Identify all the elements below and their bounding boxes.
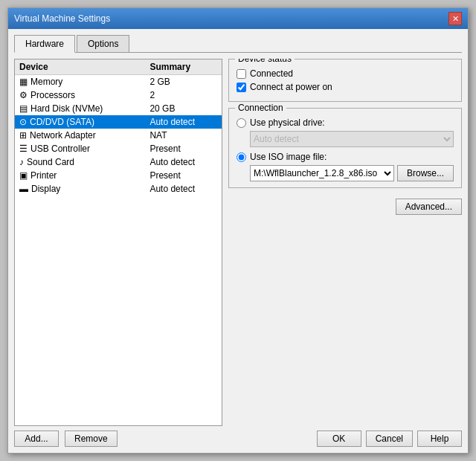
auto-detect-row: Auto detect [237,131,454,147]
auto-detect-dropdown[interactable]: Auto detect [250,131,454,147]
content-area: Device Summary ▦ Memory 2 GB ⚙ Processor… [14,59,462,426]
summary-cell: 2 [145,88,222,102]
remove-button[interactable]: Remove [65,431,118,447]
device-cell: ▤ Hard Disk (NVMe) [15,102,145,115]
summary-cell: Auto detect [145,155,222,169]
device-name: Network Adapter [30,130,96,141]
table-row[interactable]: ♪ Sound Card Auto detect [15,155,222,169]
device-cell: ▣ Printer [15,169,145,182]
bottom-right-buttons: OK Cancel Help [317,431,462,447]
physical-drive-radio[interactable] [237,118,246,128]
bottom-buttons: Add... Remove OK Cancel Help [14,426,462,447]
device-cell: ▦ Memory [15,75,145,89]
device-table: Device Summary ▦ Memory 2 GB ⚙ Processor… [15,59,222,425]
table-row[interactable]: ▦ Memory 2 GB [15,75,222,89]
connect-power-label: Connect at power on [250,82,332,92]
device-cell: ▬ Display [15,182,145,196]
summary-cell: NAT [145,129,222,142]
connected-label: Connected [250,68,293,79]
device-status-title: Device status [235,59,295,64]
device-cell: ♪ Sound Card [15,155,145,169]
cdrom-icon: ⊙ [19,117,27,127]
device-name: CD/DVD (SATA) [30,117,94,127]
connected-row: Connected [237,68,454,79]
left-panel: Device Summary ▦ Memory 2 GB ⚙ Processor… [14,59,222,426]
iso-file-label: Use ISO image file: [250,152,327,162]
summary-cell: Auto detect [145,182,222,196]
printer-icon: ▣ [19,170,28,181]
summary-cell: Auto detect [145,115,222,129]
bottom-left-buttons: Add... Remove [14,431,118,447]
summary-cell: Present [145,142,222,155]
advanced-btn-row: Advanced... [228,199,462,215]
table-row[interactable]: ☰ USB Controller Present [15,142,222,155]
table-row[interactable]: ⚙ Processors 2 [15,88,222,102]
table-row[interactable]: ⊞ Network Adapter NAT [15,129,222,142]
device-name: Display [31,184,60,194]
device-cell: ⊙ CD/DVD (SATA) [15,115,145,129]
device-cell: ⚙ Processors [15,88,145,102]
connect-power-row: Connect at power on [237,82,454,92]
physical-drive-row: Use physical drive: [237,117,454,128]
memory-icon: ▦ [19,77,28,87]
col-summary: Summary [145,59,222,75]
sound-icon: ♪ [19,157,24,167]
iso-file-radio[interactable] [237,152,246,162]
table-row[interactable]: ▣ Printer Present [15,169,222,182]
device-cell: ☰ USB Controller [15,142,145,155]
ok-button[interactable]: OK [317,431,361,447]
table-row[interactable]: ⊙ CD/DVD (SATA) Auto detect [15,115,222,129]
cancel-button[interactable]: Cancel [366,431,413,447]
window-title: Virtual Machine Settings [14,13,110,24]
iso-path-dropdown[interactable]: M:\WflBlauncher_1.2.8_x86.iso [250,165,394,181]
device-name: Hard Disk (NVMe) [30,103,103,114]
iso-path-row: M:\WflBlauncher_1.2.8_x86.iso Browse... [237,165,454,181]
browse-button[interactable]: Browse... [397,165,454,181]
physical-drive-label: Use physical drive: [250,117,325,128]
close-button[interactable]: ✕ [448,12,462,25]
connection-title: Connection [235,103,286,113]
right-panel: Device status Connected Connect at power… [228,59,462,426]
tab-hardware[interactable]: Hardware [14,35,75,53]
add-button[interactable]: Add... [14,431,59,447]
summary-cell: 20 GB [145,102,222,115]
col-device: Device [15,59,145,75]
window: Virtual Machine Settings ✕ Hardware Opti… [7,7,469,454]
device-name: Sound Card [27,157,74,167]
connect-power-checkbox[interactable] [237,83,246,92]
device-name: Memory [30,77,62,87]
device-cell: ⊞ Network Adapter [15,129,145,142]
summary-cell: Present [145,169,222,182]
connected-checkbox[interactable] [237,69,246,79]
disk-icon: ▤ [19,103,28,114]
window-body: Hardware Options Device Summary [8,29,468,453]
table-row[interactable]: ▤ Hard Disk (NVMe) 20 GB [15,102,222,115]
device-status-group: Device status Connected Connect at power… [228,59,462,102]
advanced-button[interactable]: Advanced... [396,199,462,215]
display-icon: ▬ [19,184,28,194]
connection-group: Connection Use physical drive: Auto dete… [228,108,462,188]
usb-icon: ☰ [19,144,28,154]
device-status-content: Connected Connect at power on [237,68,454,92]
cpu-icon: ⚙ [19,90,28,100]
device-name: USB Controller [30,144,90,154]
table-row[interactable]: ▬ Display Auto detect [15,182,222,196]
summary-cell: 2 GB [145,75,222,89]
help-button[interactable]: Help [417,431,462,447]
device-name: Printer [30,170,57,181]
network-icon: ⊞ [19,130,27,141]
title-bar: Virtual Machine Settings ✕ [8,8,468,29]
tabs-bar: Hardware Options [14,35,462,53]
tab-options[interactable]: Options [77,35,129,52]
iso-file-row: Use ISO image file: [237,152,454,162]
device-name: Processors [30,90,75,100]
connection-content: Use physical drive: Auto detect Use ISO … [237,117,454,181]
